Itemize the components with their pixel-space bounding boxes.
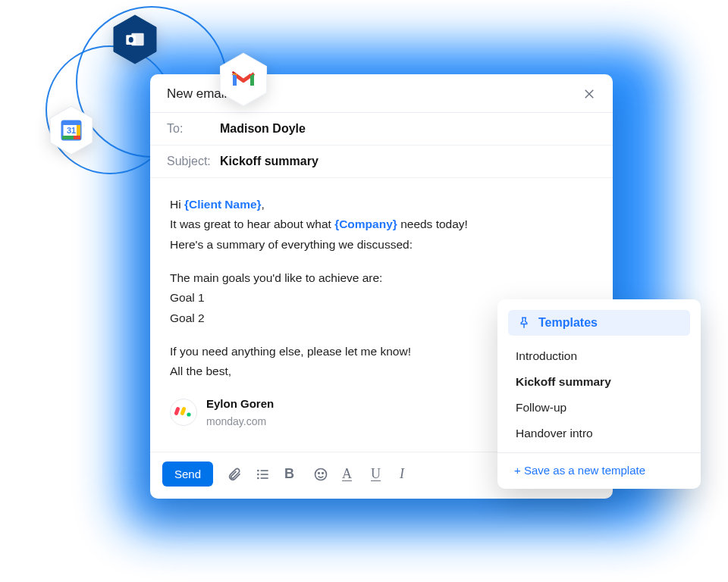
attachment-icon[interactable] (227, 467, 242, 482)
emoji-icon[interactable] (313, 467, 328, 482)
templates-header[interactable]: Templates (508, 310, 690, 336)
template-item[interactable]: Follow-up (508, 395, 690, 421)
body-text: It was great to hear about what (170, 217, 334, 230)
templates-list: Introduction Kickoff summary Follow-up H… (508, 343, 690, 446)
body-text: needs today! (397, 217, 468, 230)
svg-point-15 (257, 469, 259, 471)
subject-value: Kickoff summary (220, 155, 318, 168)
template-item[interactable]: Kickoff summary (508, 369, 690, 395)
svg-rect-13 (180, 407, 186, 416)
body-text: Hi (170, 198, 184, 211)
svg-rect-12 (174, 407, 180, 416)
svg-point-22 (318, 472, 320, 474)
svg-point-14 (187, 413, 190, 417)
italic-icon[interactable]: I (400, 467, 415, 482)
to-row[interactable]: To: Madison Doyle (150, 113, 613, 146)
svg-rect-6 (62, 121, 80, 125)
svg-rect-7 (62, 136, 74, 139)
close-icon[interactable] (582, 87, 596, 101)
svg-text:31: 31 (67, 126, 76, 135)
body-text: , (262, 198, 265, 211)
placeholder-company: {Company} (334, 217, 397, 230)
to-label: To: (167, 122, 212, 136)
subject-label: Subject: (167, 155, 212, 168)
pin-icon (517, 316, 531, 330)
svg-point-3 (129, 37, 133, 42)
gmail-icon (218, 52, 268, 108)
svg-rect-16 (261, 470, 268, 471)
signature-name: Eylon Goren (206, 394, 274, 414)
svg-point-17 (257, 473, 259, 475)
svg-point-19 (257, 477, 259, 479)
templates-popover: Templates Introduction Kickoff summary F… (497, 299, 701, 489)
divider (497, 452, 701, 453)
subject-row[interactable]: Subject: Kickoff summary (150, 146, 613, 178)
underline-icon[interactable]: U (371, 467, 386, 482)
text-color-icon[interactable]: A (342, 467, 357, 482)
to-value: Madison Doyle (220, 122, 306, 136)
signature-company: monday.com (206, 413, 274, 431)
templates-title: Templates (538, 316, 598, 330)
placeholder-client-name: {Client Name} (184, 198, 262, 211)
svg-rect-8 (77, 125, 80, 136)
save-template-link[interactable]: + Save as a new template (508, 461, 690, 480)
send-button[interactable]: Send (162, 462, 213, 487)
svg-rect-18 (261, 474, 268, 475)
svg-point-21 (315, 468, 327, 480)
svg-point-23 (322, 472, 324, 474)
svg-rect-9 (74, 136, 80, 139)
monday-logo-icon (170, 399, 197, 426)
outlook-icon (112, 14, 158, 65)
svg-rect-20 (261, 477, 268, 479)
template-item[interactable]: Handover intro (508, 421, 690, 446)
body-text: The main goals you'd like to achieve are… (170, 268, 593, 288)
google-calendar-icon: 31 (49, 105, 94, 156)
bold-icon[interactable]: B (284, 467, 300, 482)
body-text: Here's a summary of everything we discus… (170, 235, 593, 255)
bullet-list-icon[interactable] (256, 467, 271, 482)
template-item[interactable]: Introduction (508, 343, 690, 369)
